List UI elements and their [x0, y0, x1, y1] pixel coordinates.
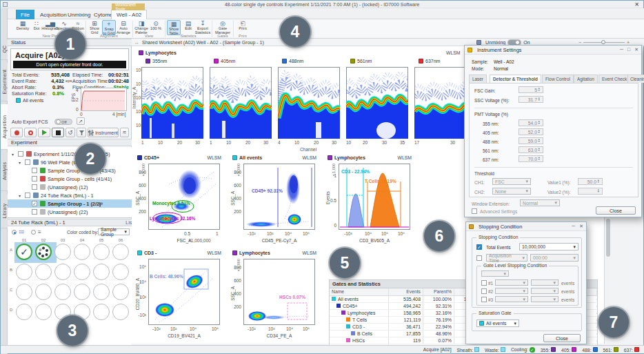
pmt-355-input[interactable]: 54.0▲▼: [519, 119, 543, 126]
print-button[interactable]: ⎗Print: [236, 20, 250, 35]
checkbox-checked[interactable]: ✓: [32, 201, 37, 206]
change-palette-button[interactable]: ◨Change Palette: [134, 20, 148, 35]
tube-empty[interactable]: [74, 244, 90, 260]
tree-item-unassigned-plate[interactable]: (Unassigned) (12): [8, 183, 132, 191]
value1-input[interactable]: 50.0▲▼: [578, 178, 603, 185]
spinner-icon[interactable]: ▲▼: [538, 120, 542, 126]
checkbox[interactable]: [32, 184, 37, 190]
spinner-icon[interactable]: ▲▼: [538, 147, 542, 153]
tree-item-experiment[interactable]: ▾ Experiment 1/11/2021 7:00 AM (5): [8, 150, 132, 158]
tab-event-check[interactable]: Event Check: [598, 75, 630, 83]
auto-export-toggle[interactable]: Off: [54, 119, 72, 125]
tube-empty[interactable]: [54, 264, 71, 280]
snap-to-grid-button[interactable]: +Snap to Grid: [102, 20, 116, 35]
tube-empty[interactable]: [16, 264, 32, 280]
plot-cd34[interactable]: Lymphocytes WLSM ×1,000 SSC_A 800 600 40…: [231, 250, 319, 343]
spinner-icon[interactable]: ▲▼: [597, 179, 601, 184]
acquisition-time-select[interactable]: Acquisition Time▾: [486, 254, 527, 262]
sidebar-item-acquisition[interactable]: Acquisition: [1, 104, 8, 150]
checkbox[interactable]: [32, 176, 37, 181]
gate-manager-button[interactable]: ◎Gate Manager: [214, 20, 231, 35]
show-grid-button[interactable]: ⊞Show Grid: [88, 20, 101, 35]
tab-file[interactable]: File: [16, 10, 34, 19]
checkbox[interactable]: [25, 159, 30, 165]
tube-empty[interactable]: [74, 284, 90, 300]
tube-empty[interactable]: [112, 244, 129, 260]
tube-a02-current[interactable]: [35, 244, 52, 260]
column-header-parent[interactable]: Parent%: [423, 288, 454, 295]
tree-item-sample-group-cells[interactable]: Sample Group - cells (41/41): [8, 175, 132, 183]
plot-cd45[interactable]: CD45+ WLSM ×1,000 SSC_A 800 600 400 200 …: [136, 155, 224, 248]
spinner-icon[interactable]: ▲▼: [538, 129, 542, 135]
tube-empty[interactable]: [35, 284, 52, 300]
total-events-combo[interactable]: 10,000,000▾: [519, 243, 578, 250]
tab-well-a02[interactable]: Well - A02 Worksheet Tools: [111, 10, 147, 19]
checkbox[interactable]: [32, 168, 37, 173]
tube-empty[interactable]: [112, 304, 129, 320]
acquisition-time-checkbox[interactable]: [476, 255, 482, 261]
tube-empty[interactable]: [54, 244, 71, 260]
color-coded-select[interactable]: Sample Group▾: [98, 228, 130, 235]
zoom-slider[interactable]: [583, 42, 625, 43]
checkbox[interactable]: [18, 151, 23, 157]
slider-knob[interactable]: [601, 40, 605, 44]
play-button[interactable]: [38, 128, 50, 137]
auto-arrange-button[interactable]: ⊟Auto Arrange: [117, 20, 130, 35]
fsc-gain-input[interactable]: 5▲▼: [519, 86, 543, 93]
tree-item-sample-group-1[interactable]: ✓ Sample Group - 1 (2/2) ⇄: [8, 199, 132, 208]
pmt-637-input[interactable]: 70.0▲▼: [519, 155, 543, 162]
instrument-button[interactable]: Instrument: [88, 128, 119, 137]
tube-empty[interactable]: [112, 264, 129, 280]
sidebar-item-qc[interactable]: QC: [1, 39, 8, 60]
gate1-select[interactable]: ▾: [495, 279, 528, 286]
tab-laser[interactable]: Laser: [469, 75, 487, 83]
gate3-checkbox[interactable]: [481, 297, 487, 302]
spinner-icon[interactable]: ▲▼: [538, 156, 542, 161]
export-statistics-button[interactable]: ↧Export Statistics: [196, 20, 210, 35]
gate2-checkbox[interactable]: [481, 288, 487, 294]
tube-empty[interactable]: [93, 284, 110, 300]
tube-empty[interactable]: [16, 284, 32, 300]
chevron-expanded-icon[interactable]: ▾: [19, 160, 21, 165]
resize-icon[interactable]: ↔: [134, 40, 139, 45]
column-header-name[interactable]: Name: [330, 288, 389, 295]
record-button[interactable]: [10, 128, 23, 137]
density-button[interactable]: ▦Density: [16, 20, 30, 35]
tube-empty[interactable]: [93, 264, 110, 280]
gate2-count[interactable]: ▾: [531, 288, 559, 294]
gate2-select[interactable]: ▾: [495, 288, 528, 294]
chevron-expanded-icon[interactable]: ▾: [12, 152, 14, 157]
tube-empty[interactable]: [35, 264, 52, 280]
tube-empty[interactable]: [93, 244, 110, 260]
instrument-settings-titlebar[interactable]: Instrument Settings ─□✕: [465, 46, 641, 55]
advanced-settings-checkbox[interactable]: [472, 208, 477, 214]
list-view-radio[interactable]: [31, 230, 36, 235]
maximize-icon[interactable]: □: [627, 47, 630, 52]
tube-a01-acquired[interactable]: ✓: [16, 244, 32, 260]
checkbox[interactable]: [25, 193, 30, 198]
gate-logic-select[interactable]: ▾: [481, 271, 509, 277]
ch1-select[interactable]: FSC▾: [492, 178, 531, 185]
ribbon-plot-561[interactable]: [346, 67, 408, 139]
show-table-button[interactable]: ▦Show Table: [167, 20, 181, 35]
acquisition-time-value[interactable]: 000:00▾: [530, 254, 578, 262]
restart-button[interactable]: ↺: [66, 128, 75, 137]
plot-cd3neg[interactable]: CD3 - WLSM CD20_BV480_A 10⁵ 10⁴ 10³ -10³…: [136, 250, 224, 343]
tab-cleaning[interactable]: Cleaning: [627, 75, 644, 83]
zoom-in-icon[interactable]: +: [627, 40, 630, 45]
plot-all-events[interactable]: All events WLSM ×1,000 SSC_A 800 600 400…: [231, 155, 319, 248]
instrument-close-button[interactable]: Close: [596, 206, 636, 215]
list-link[interactable]: List: [125, 219, 132, 226]
auto-export-settings-button[interactable]: ↗: [77, 117, 85, 125]
sidebar-item-analysis[interactable]: Analysis: [1, 153, 8, 191]
pmt-561-input[interactable]: 63.0▲▼: [519, 146, 543, 153]
spinner-icon[interactable]: ▲▼: [597, 188, 601, 194]
plot-cd3-histogram[interactable]: Lymphocytes WLSM ×1,000 Events 1 0.5 0 C…: [326, 155, 414, 248]
tube-empty[interactable]: [35, 304, 52, 320]
cd34-scatter[interactable]: [243, 259, 315, 325]
saturation-gate-select[interactable]: All events▾: [476, 319, 519, 327]
spinner-icon[interactable]: ▲▼: [538, 97, 542, 102]
tree-item-24-tube-rack[interactable]: ▾ 24 Tube Rack (5mL) - 1: [8, 191, 132, 199]
tube-empty[interactable]: [93, 304, 110, 320]
zoom-100-button[interactable]: ⊙100 %: [149, 20, 163, 35]
